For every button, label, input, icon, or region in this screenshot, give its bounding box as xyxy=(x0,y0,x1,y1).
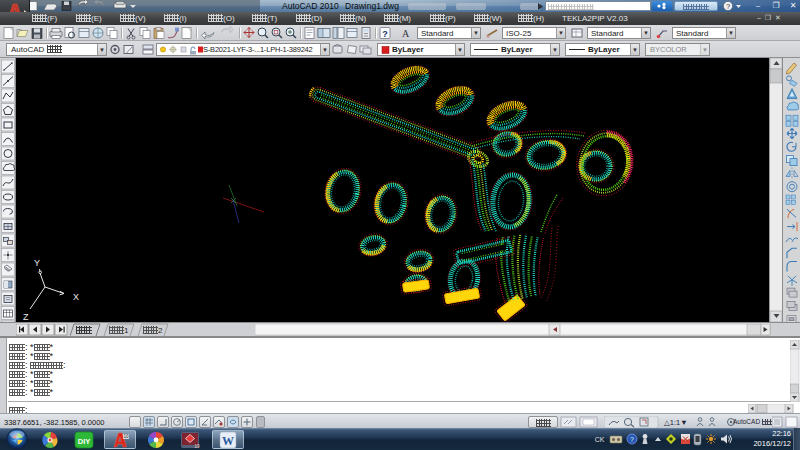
svg-text:Y: Y xyxy=(34,258,40,268)
svg-text:X: X xyxy=(73,292,79,302)
svg-text:DIY: DIY xyxy=(78,437,91,446)
svg-text:10: 10 xyxy=(123,434,129,439)
svg-text:?: ? xyxy=(382,29,388,39)
svg-text:A: A xyxy=(402,28,410,39)
svg-text:19: 19 xyxy=(195,444,201,449)
svg-text:W: W xyxy=(222,434,234,448)
svg-text:?: ? xyxy=(726,2,730,11)
svg-text:Z: Z xyxy=(23,312,29,322)
svg-text:?: ? xyxy=(630,436,634,443)
